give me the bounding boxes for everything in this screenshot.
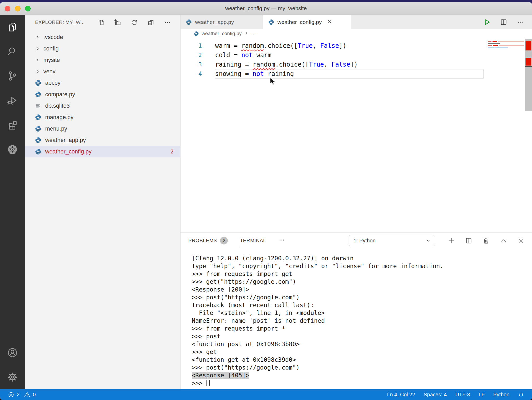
python-file-icon — [35, 148, 42, 155]
indentation-status[interactable]: Spaces: 4 — [424, 392, 447, 398]
tree-item-weather-app-py[interactable]: weather_app.py — [25, 134, 180, 146]
terminal-line: >>> from requests import * — [192, 325, 532, 332]
error-mark — [526, 58, 531, 66]
extensions-icon — [7, 119, 18, 131]
activity-search-button[interactable] — [0, 39, 25, 64]
tree-item-mysite[interactable]: mysite — [25, 54, 180, 66]
terminal-line: <function get at 0x1098c39d0> — [192, 356, 532, 364]
kill-terminal-icon[interactable] — [482, 237, 490, 244]
vscode-window: weather_config.py — my_website — [0, 2, 532, 400]
overview-ruler[interactable] — [525, 39, 532, 111]
terminal-line-selected: <Response [405]> — [192, 371, 532, 379]
new-file-icon[interactable] — [97, 19, 104, 26]
tree-item-manage-py[interactable]: manage.py — [25, 112, 180, 123]
terminal-cursor — [206, 380, 210, 386]
terminal-line: >>> get — [192, 348, 532, 356]
text-caret — [294, 70, 294, 77]
maximize-panel-icon[interactable] — [500, 237, 507, 244]
activity-source-control-button[interactable] — [0, 64, 25, 88]
problems-status[interactable]: 2 0 — [8, 391, 36, 398]
tree-item-api-py[interactable]: api.py — [25, 77, 180, 89]
terminal-line: Type "help", "copyright", "credits" or "… — [192, 262, 532, 270]
code-line: 2cold = not warm — [181, 50, 532, 60]
activity-extensions-button[interactable] — [0, 113, 25, 137]
activity-kubernetes-button[interactable] — [0, 137, 25, 162]
database-file-icon — [35, 102, 42, 109]
terminal-line: Traceback (most recent call last): — [192, 301, 532, 309]
chevron-down-icon — [425, 238, 431, 243]
traffic-lights — [5, 6, 31, 11]
minimap[interactable] — [488, 41, 525, 49]
split-editor-icon[interactable] — [500, 18, 508, 26]
refresh-explorer-icon[interactable] — [131, 19, 138, 26]
problems-badge: 2 — [220, 237, 228, 244]
chevron-right-icon — [35, 35, 40, 40]
eol-status[interactable]: LF — [478, 392, 484, 398]
code-line: 3raining = random.choice([True, False]) — [181, 60, 532, 69]
source-control-icon — [7, 70, 18, 82]
activity-accounts-button[interactable] — [0, 340, 25, 365]
activity-run-debug-button[interactable] — [0, 88, 25, 113]
breadcrumb-more[interactable]: … — [251, 31, 256, 36]
breadcrumb[interactable]: weather_config.py … — [181, 29, 532, 38]
bell-icon[interactable] — [518, 392, 524, 398]
breadcrumb-file[interactable]: weather_config.py — [202, 31, 242, 36]
close-window-button[interactable] — [5, 6, 10, 11]
chevron-right-icon — [35, 69, 40, 74]
language-status[interactable]: Python — [493, 392, 509, 398]
title-bar: weather_config.py — my_website — [0, 2, 532, 15]
more-actions-icon[interactable] — [164, 19, 171, 26]
window-title: weather_config.py — my_website — [225, 5, 307, 11]
collapse-folders-icon[interactable] — [147, 19, 154, 26]
code-editor[interactable]: 1warm = random.choice([True, False]) 2co… — [181, 38, 532, 232]
warning-icon — [24, 391, 30, 398]
ruler-divider — [525, 66, 532, 67]
tab-terminal[interactable]: TERMINAL — [240, 233, 266, 249]
terminal-prompt-line: >>> — [192, 379, 532, 387]
activity-settings-button[interactable] — [0, 365, 25, 389]
file-tree: .vscode config mysite venv api.py — [25, 31, 180, 157]
python-file-icon — [35, 125, 42, 132]
activity-explorer-button[interactable] — [0, 15, 25, 39]
terminal-line: NameError: name 'post' is not defined — [192, 317, 532, 325]
tree-item-venv[interactable]: venv — [25, 66, 180, 77]
explorer-title: EXPLORER: MY_W... — [35, 20, 97, 25]
terminal-output[interactable]: [Clang 12.0.0 (clang-1200.0.32.27)] on d… — [181, 249, 532, 387]
tab-problems[interactable]: PROBLEMS 2 — [188, 233, 228, 249]
tree-item-vscode[interactable]: .vscode — [25, 31, 180, 43]
more-panel-tabs-icon[interactable] — [278, 236, 286, 245]
chevron-right-icon — [35, 46, 40, 51]
terminal-line: >>> get("https://google.com") — [192, 278, 532, 286]
python-file-icon — [35, 114, 42, 121]
error-mark — [526, 41, 531, 50]
new-folder-icon[interactable] — [114, 19, 121, 26]
run-python-file-icon[interactable] — [483, 18, 491, 26]
warning-count: 0 — [33, 392, 36, 398]
encoding-status[interactable]: UTF-8 — [455, 392, 470, 398]
tree-item-menu-py[interactable]: menu.py — [25, 123, 180, 134]
python-file-icon — [35, 137, 42, 144]
tree-item-db-sqlite3[interactable]: db.sqlite3 — [25, 100, 180, 112]
minimize-window-button[interactable] — [15, 6, 21, 11]
terminal-line: File "<stdin>", line 1, in <module> — [192, 309, 532, 317]
tab-weather-config-py[interactable]: weather_config.py — [263, 15, 351, 29]
close-panel-icon[interactable] — [517, 237, 525, 244]
run-and-debug-icon — [7, 95, 18, 106]
terminal-selector-dropdown[interactable]: 1: Python — [349, 235, 435, 246]
close-tab-icon[interactable] — [325, 19, 332, 25]
new-terminal-icon[interactable] — [448, 237, 455, 244]
zoom-window-button[interactable] — [25, 6, 31, 11]
problems-count-badge: 2 — [170, 148, 174, 155]
editor-tab-bar: weather_app.py weather_config.py — [181, 15, 532, 29]
tree-item-config[interactable]: config — [25, 43, 180, 54]
more-editor-actions-icon[interactable] — [516, 18, 524, 26]
code-line: 1warm = random.choice([True, False]) — [181, 41, 532, 50]
tab-weather-app-py[interactable]: weather_app.py — [181, 15, 263, 29]
terminal-line: >>> post("https://google.com") — [192, 364, 532, 371]
tree-item-compare-py[interactable]: compare.py — [25, 89, 180, 100]
split-terminal-icon[interactable] — [465, 237, 473, 244]
editor-actions — [483, 15, 532, 29]
status-bar: 2 0 Ln 4, Col 22 Spaces: 4 UTF-8 LF Pyth… — [0, 389, 532, 400]
tree-item-weather-config-py[interactable]: weather_config.py 2 — [25, 146, 180, 157]
cursor-position-status[interactable]: Ln 4, Col 22 — [387, 392, 415, 398]
